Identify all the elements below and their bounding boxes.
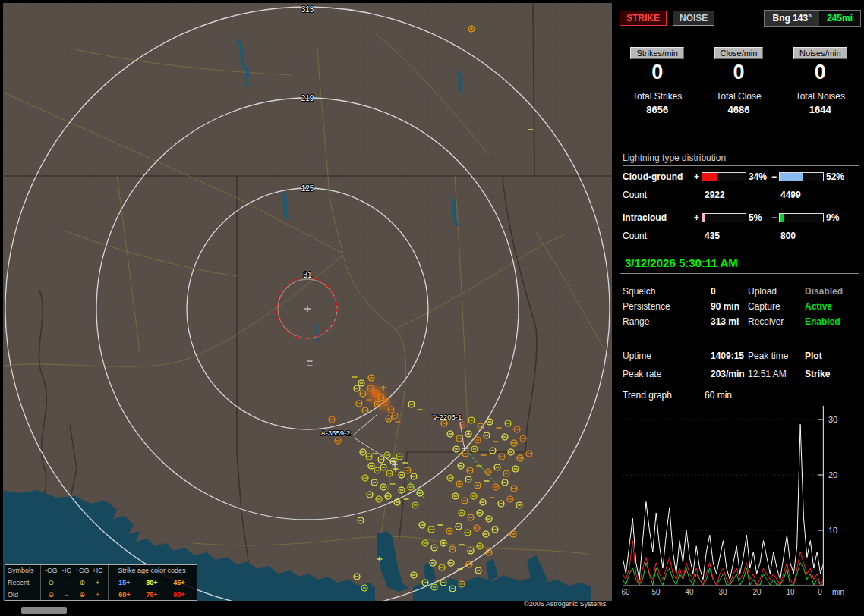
map-canvas[interactable]: 313 219 125 31 A-3659-2 V-2206-1 S <box>3 3 612 601</box>
receiver-label: Receiver <box>748 316 784 327</box>
map-graphics: 313 219 125 31 A-3659-2 V-2206-1 <box>3 3 612 601</box>
bearing-readout: Bng 143° 245mi <box>764 10 861 27</box>
trend-x-tick: 60 <box>621 588 629 596</box>
cg-minus-icon: ⊖ <box>43 589 59 601</box>
age-code: 75+ <box>138 589 166 601</box>
ic-minus-bar <box>779 213 824 222</box>
trend-x-tick: 40 <box>685 588 693 596</box>
cloud-ground-count-row: Count 2922 4499 <box>616 190 864 202</box>
capture-status: Active <box>805 301 832 312</box>
legend-type-header: +IC <box>90 565 106 577</box>
peak-rate-value: 203/min <box>711 369 745 379</box>
count-label: Count <box>623 190 647 200</box>
peak-time-value: 12:51 AM <box>748 369 787 379</box>
receiver-status: Enabled <box>805 316 840 327</box>
close-per-min-button[interactable]: Close/min <box>714 47 764 59</box>
cg-plus-icon: ⊕ <box>74 589 90 601</box>
range-value: 313 mi <box>711 316 739 327</box>
uptime-label: Uptime <box>623 350 651 361</box>
plus-sign: + <box>694 171 699 182</box>
cg-minus-icon: ⊖ <box>43 577 59 589</box>
distribution-title: Lightning type distribution <box>623 152 859 166</box>
bearing-distance: 245mi <box>819 11 860 26</box>
strikes-per-min-button[interactable]: Strikes/min <box>630 47 683 59</box>
capture-label: Capture <box>748 301 780 312</box>
trend-window-value: 60 min <box>705 390 732 401</box>
squelch-label: Squelch <box>623 286 655 297</box>
ic-plus-icon: + <box>90 589 106 601</box>
persistence-value: 90 min <box>711 301 739 312</box>
intracloud-count-row: Count 435 800 <box>616 231 864 243</box>
trend-x-unit: min <box>832 588 844 596</box>
status-row: Persistence 90 min Capture Active <box>616 301 864 313</box>
minus-sign: − <box>771 171 777 182</box>
cg-minus-count: 4499 <box>780 190 801 200</box>
ring-label-313: 313 <box>301 5 314 14</box>
upload-status: Disabled <box>805 286 843 297</box>
plus-sign: + <box>694 212 699 223</box>
total-noises-label: Total Noises <box>780 91 861 102</box>
ic-minus-pct: 9% <box>826 212 839 223</box>
uptime-value: 1409:15 <box>711 350 744 361</box>
trend-x-tick: 50 <box>651 588 660 596</box>
ic-plus-pct: 5% <box>749 212 762 223</box>
total-strikes-label: Total Strikes <box>616 91 698 102</box>
cloud-ground-row: Cloud-ground + 34% − 52% <box>616 171 864 184</box>
trend-y-tick: 20 <box>828 470 837 479</box>
noises-per-min-value: 0 <box>780 61 861 83</box>
trend-x-tick: 20 <box>752 588 761 596</box>
strikes-per-min-value: 0 <box>616 61 698 83</box>
trend-graph <box>623 406 825 586</box>
noises-per-min-button[interactable]: Noises/min <box>793 47 847 59</box>
ic-plus-count: 435 <box>705 231 720 241</box>
persistence-label: Persistence <box>623 301 670 312</box>
upload-label: Upload <box>748 286 777 297</box>
cg-plus-icon: ⊕ <box>74 577 90 589</box>
minus-sign: − <box>771 212 777 223</box>
ring-label-31: 31 <box>303 271 312 279</box>
range-label: Range <box>623 316 649 327</box>
stats-row: Uptime 1409:15 Peak time Plot <box>616 350 864 363</box>
legend-old-label: Old <box>5 589 40 601</box>
peak-time-label: Peak time <box>748 350 788 361</box>
total-close-label: Total Close <box>698 91 779 102</box>
ring-label-125: 125 <box>301 184 314 193</box>
mode-toolbar: STRIKE NOISE Bng 143° 245mi <box>620 10 861 27</box>
strike-mode-button[interactable]: STRIKE <box>620 11 667 26</box>
peak-rate-label: Peak rate <box>623 369 661 379</box>
plot-value: Strike <box>805 369 830 379</box>
trend-y-tick: 10 <box>828 526 837 535</box>
age-code: 15+ <box>111 577 138 589</box>
cloud-ground-label: Cloud-ground <box>623 171 683 182</box>
noise-mode-button[interactable]: NOISE <box>673 11 714 26</box>
trend-header-row: Trend graph 60 min <box>616 390 864 402</box>
total-strikes-value: 8656 <box>616 104 698 115</box>
ring-label-219: 219 <box>301 94 314 102</box>
strike-legend: Symbols Recent Old -CG -IC +CG +IC ⊖ − ⊕… <box>5 564 197 601</box>
date-time-display: 3/12/2026 5:30:11 AM <box>620 253 859 274</box>
legend-age-header: Strike age color codes <box>109 565 195 577</box>
age-code: 90+ <box>166 589 193 601</box>
status-row: Range 313 mi Receiver Enabled <box>616 316 864 328</box>
age-code: 30+ <box>138 577 166 589</box>
side-panel: STRIKE NOISE Bng 143° 245mi Strikes/min … <box>616 0 864 616</box>
taskbar-fragment <box>21 607 67 614</box>
age-code: 60+ <box>111 589 138 601</box>
squelch-value: 0 <box>711 286 716 297</box>
legend-type-header: -IC <box>59 565 75 577</box>
ic-minus-count: 800 <box>780 231 796 241</box>
legend-recent-label: Recent <box>5 577 40 589</box>
intracloud-row: Intracloud + 5% − 9% <box>616 212 864 225</box>
trend-x-tick: 10 <box>786 588 794 596</box>
legend-type-header: +CG <box>74 565 90 577</box>
plot-label: Plot <box>805 350 822 361</box>
total-close-value: 4686 <box>698 104 779 115</box>
count-label: Count <box>623 231 647 241</box>
legend-symbols-header: Symbols <box>5 565 40 577</box>
intracloud-label: Intracloud <box>623 212 667 223</box>
trend-graph-label: Trend graph <box>623 390 672 401</box>
ic-plus-bar <box>702 213 746 222</box>
age-code: 45+ <box>166 577 193 589</box>
ic-minus-icon: − <box>59 589 75 601</box>
cg-plus-bar <box>702 172 746 181</box>
